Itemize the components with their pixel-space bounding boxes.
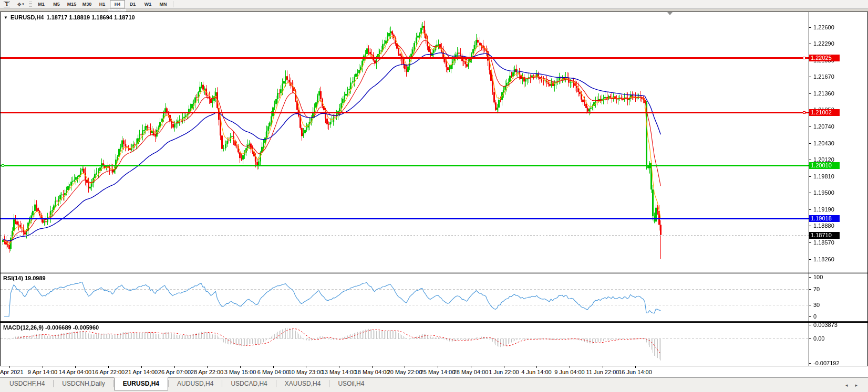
time-tickmark (339, 366, 339, 368)
rsi-tick-tickmark (809, 289, 811, 290)
timeframe-button-h1[interactable]: H1 (95, 0, 110, 8)
colors-tool-button[interactable]: ❖ ▾ (14, 1, 27, 8)
macd-tick-tickmark (809, 363, 811, 364)
price-tick-label: 1.20430 (813, 140, 834, 146)
resistance-line-1.22025[interactable] (1, 57, 809, 59)
support-line-1.20010[interactable] (1, 165, 809, 166)
chart-tab-usdchf-h4[interactable]: USDCHF,H4 (1, 378, 53, 389)
collapse-icon[interactable]: ▼ (4, 15, 8, 20)
chart-tab-usdcad-h4[interactable]: USDCAD,H4 (222, 378, 275, 389)
chart-tab-usoil-h4[interactable]: USOil,H4 (329, 378, 373, 389)
price-tick-tickmark (809, 44, 811, 44)
support-line-1.19018[interactable] (1, 218, 809, 219)
time-tickmark (603, 366, 603, 368)
panel-separator[interactable] (1, 321, 867, 322)
time-tickmark (570, 366, 570, 368)
text-tool-button[interactable]: T (1, 1, 13, 8)
price-tick-label: 1.19190 (813, 206, 834, 213)
timeframe-button-m1[interactable]: M1 (34, 0, 49, 8)
timeframe-button-mn[interactable]: MN (156, 0, 171, 8)
price-tick-label: 1.18880 (813, 223, 834, 229)
tab-scroll-left-icon[interactable]: ◂ (845, 383, 855, 388)
tab-scroll-right-icon[interactable]: ▸ (855, 383, 865, 388)
time-label: 25 May 14:00 (420, 369, 456, 375)
time-label: 10 May 23:00 (288, 369, 324, 375)
price-tick-tickmark (809, 259, 811, 260)
time-label: 11 Jun 22:00 (586, 369, 619, 375)
time-tickmark (141, 366, 142, 368)
panel-separator[interactable] (1, 322, 867, 323)
time-tickmark (405, 366, 405, 368)
price-tick-tickmark (809, 242, 811, 243)
price-tick-tickmark (809, 160, 811, 160)
price-tick-tickmark (809, 77, 811, 77)
macd-tick-tickmark (809, 338, 811, 339)
time-label: 9 Jun 04:00 (554, 369, 585, 375)
price-tick-label: 1.20740 (813, 123, 834, 130)
chart-tab-audusd-h4[interactable]: AUDUSD,H4 (169, 378, 222, 389)
time-label: 28 May 04:00 (453, 369, 489, 375)
time-label: 14 Apr 04:00 (59, 369, 91, 375)
price-tick-label: 1.18570 (813, 239, 834, 246)
chart-tab-usdcnh-daily[interactable]: USDCNH,Daily (54, 378, 113, 389)
time-label: 1 Jun 22:00 (489, 369, 519, 375)
rsi-tick-label: 100 (813, 274, 823, 280)
time-tickmark (174, 366, 175, 368)
macd-tick-label: -0.007192 (813, 360, 840, 366)
panel-separator[interactable] (1, 273, 867, 273)
time-tickmark (635, 366, 636, 368)
time-tickmark (207, 366, 208, 368)
price-tick-tickmark (809, 126, 811, 127)
chart-canvas[interactable] (1, 12, 809, 366)
resistance-line-1.21002[interactable] (1, 112, 809, 113)
rsi-tick-label: 0 (813, 313, 817, 320)
time-tickmark (306, 366, 306, 368)
macd-indicator-label: MACD(12,26,9) -0.006689 -0.005960 (3, 324, 99, 331)
rsi-tick-tickmark (809, 316, 811, 317)
toolbar-drag-handle[interactable] (29, 2, 32, 7)
rsi-indicator-label: RSI(14) 19.0989 (3, 275, 46, 281)
timeframe-button-w1[interactable]: W1 (140, 0, 156, 8)
rsi-tick-label: 30 (813, 302, 820, 308)
chart-tab-xauusd-h4[interactable]: XAUUSD,H4 (276, 378, 329, 389)
time-tickmark (9, 366, 10, 368)
time-tickmark (273, 366, 274, 368)
price-tick-label: 1.21670 (813, 73, 834, 80)
chart-shift-marker-icon[interactable] (667, 12, 673, 15)
resistance-price-label: 1.22025 (809, 55, 840, 61)
price-tick-tickmark (809, 176, 811, 177)
current-price-line (1, 235, 809, 236)
price-tick-label: 1.22600 (813, 24, 834, 30)
top-toolbar: T ❖ ▾ M1M5M15M30H1H4D1W1MN (0, 0, 868, 9)
timeframe-button-m15[interactable]: M15 (64, 0, 79, 8)
time-axis[interactable]: 6 Apr 20219 Apr 14:0014 Apr 04:0016 Apr … (0, 366, 868, 377)
chart-title: ▼ EURUSD,H4 1.18717 1.18819 1.18694 1.18… (4, 14, 135, 20)
level-drag-handle[interactable] (803, 57, 805, 59)
time-tickmark (471, 366, 471, 368)
price-tick-label: 1.21360 (813, 90, 834, 97)
panel-separator[interactable] (1, 272, 867, 272)
timeframe-button-m5[interactable]: M5 (49, 0, 64, 8)
level-drag-handle[interactable] (2, 164, 4, 167)
timeframe-button-d1[interactable]: D1 (125, 0, 140, 8)
price-tick-label: 1.18260 (813, 256, 834, 262)
time-label: 9 Apr 14:00 (28, 369, 57, 375)
rsi-tick-tickmark (809, 305, 811, 305)
macd-tick-tickmark (809, 325, 811, 325)
chart-tab-eurusd-h4[interactable]: EURUSD,H4 (114, 377, 168, 390)
time-tickmark (504, 366, 504, 368)
level-drag-handle[interactable] (803, 111, 805, 114)
time-tickmark (240, 366, 241, 368)
tabs-holder: USDCHF,H4USDCNH,DailyEURUSD,H4AUDUSD,H4U… (1, 378, 373, 390)
chevron-down-icon: ▾ (22, 2, 24, 6)
time-label: 3 May 15:00 (224, 369, 256, 375)
time-tickmark (43, 366, 43, 368)
chart-window: ▼ EURUSD,H4 1.18717 1.18819 1.18694 1.18… (0, 12, 868, 366)
timeframe-button-h4[interactable]: H4 (110, 0, 125, 8)
crayon-icon: ❖ (17, 2, 21, 7)
macd-tick-label: 0.00 (813, 335, 824, 342)
timeframe-button-m30[interactable]: M30 (79, 0, 95, 8)
time-label: 28 Apr 22:00 (191, 369, 223, 375)
time-label: 26 Apr 07:00 (158, 369, 191, 375)
time-tickmark (438, 366, 438, 368)
